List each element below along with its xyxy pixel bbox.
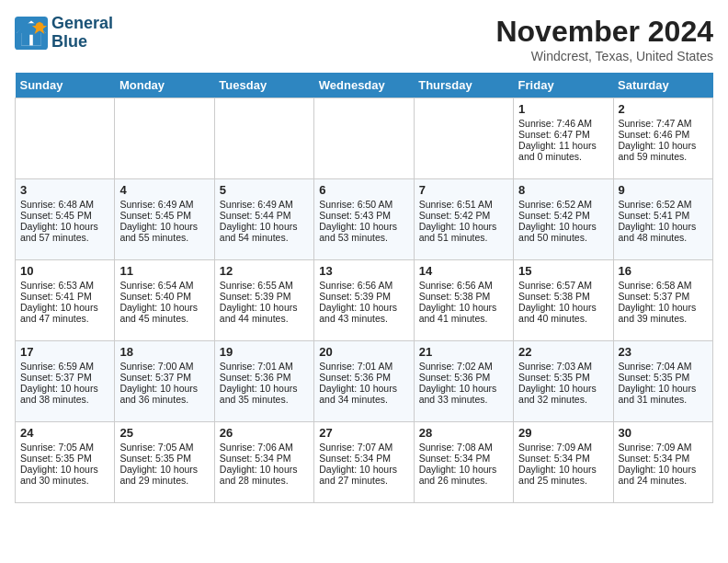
calendar-table: SundayMondayTuesdayWednesdayThursdayFrid… <box>15 73 713 503</box>
calendar-cell: 27Sunrise: 7:07 AMSunset: 5:34 PMDayligh… <box>314 422 414 503</box>
cell-info: Sunrise: 6:58 AM <box>619 280 708 291</box>
calendar-cell: 5Sunrise: 6:49 AMSunset: 5:44 PMDaylight… <box>214 179 313 260</box>
calendar-cell: 26Sunrise: 7:06 AMSunset: 5:34 PMDayligh… <box>214 422 313 503</box>
day-number: 20 <box>319 345 408 359</box>
cell-info: and 53 minutes. <box>319 232 408 243</box>
cell-info: Daylight: 10 hours <box>518 302 608 313</box>
cell-info: Daylight: 10 hours <box>220 383 309 394</box>
calendar-cell: 24Sunrise: 7:05 AMSunset: 5:35 PMDayligh… <box>16 422 115 503</box>
cell-info: Daylight: 10 hours <box>518 221 608 232</box>
day-number: 4 <box>119 183 209 197</box>
week-row-1: 1Sunrise: 7:46 AMSunset: 6:47 PMDaylight… <box>16 98 713 179</box>
cell-info: and 31 minutes. <box>619 394 708 405</box>
location: Windcrest, Texas, United States <box>495 49 713 63</box>
title-block: November 2024 Windcrest, Texas, United S… <box>495 15 713 63</box>
cell-info: and 34 minutes. <box>319 394 408 405</box>
cell-info: Daylight: 10 hours <box>119 221 209 232</box>
cell-info: and 55 minutes. <box>119 232 209 243</box>
cell-info: Sunrise: 6:49 AM <box>119 199 209 210</box>
cell-info: and 38 minutes. <box>20 394 109 405</box>
logo-icon <box>15 17 48 50</box>
calendar-cell: 23Sunrise: 7:04 AMSunset: 5:35 PMDayligh… <box>613 341 712 422</box>
cell-info: and 35 minutes. <box>220 394 309 405</box>
day-number: 17 <box>20 345 109 359</box>
cell-info: Daylight: 10 hours <box>220 302 309 313</box>
cell-info: Sunrise: 6:59 AM <box>20 361 109 372</box>
cell-info: Daylight: 10 hours <box>619 221 708 232</box>
weekday-header-wednesday: Wednesday <box>314 73 414 98</box>
day-number: 18 <box>119 345 209 359</box>
cell-info: Daylight: 10 hours <box>319 383 408 394</box>
cell-info: Sunrise: 7:01 AM <box>220 361 309 372</box>
cell-info: Sunset: 5:34 PM <box>319 453 408 464</box>
cell-info: Sunset: 5:38 PM <box>419 291 508 302</box>
calendar-cell: 30Sunrise: 7:09 AMSunset: 5:34 PMDayligh… <box>613 422 712 503</box>
cell-info: and 26 minutes. <box>419 475 508 486</box>
cell-info: Daylight: 10 hours <box>20 221 109 232</box>
cell-info: Sunrise: 7:00 AM <box>119 361 209 372</box>
cell-info: Daylight: 10 hours <box>220 221 309 232</box>
calendar-cell <box>414 98 513 179</box>
cell-info: and 41 minutes. <box>419 313 508 324</box>
month-title: November 2024 <box>495 15 713 49</box>
cell-info: Sunset: 5:43 PM <box>319 210 408 221</box>
cell-info: and 27 minutes. <box>319 475 408 486</box>
day-number: 11 <box>119 264 209 278</box>
day-number: 10 <box>20 264 109 278</box>
cell-info: and 33 minutes. <box>419 394 508 405</box>
cell-info: Sunset: 5:37 PM <box>20 372 109 383</box>
cell-info: and 0 minutes. <box>518 151 608 162</box>
day-number: 5 <box>220 183 309 197</box>
logo-line2: Blue <box>51 33 113 52</box>
day-number: 15 <box>518 264 608 278</box>
cell-info: Sunset: 5:44 PM <box>220 210 309 221</box>
calendar-cell: 18Sunrise: 7:00 AMSunset: 5:37 PMDayligh… <box>115 341 214 422</box>
day-number: 30 <box>619 426 708 440</box>
week-row-4: 17Sunrise: 6:59 AMSunset: 5:37 PMDayligh… <box>16 341 713 422</box>
cell-info: Sunset: 5:42 PM <box>518 210 608 221</box>
cell-info: Sunrise: 6:55 AM <box>220 280 309 291</box>
cell-info: and 30 minutes. <box>20 475 109 486</box>
day-number: 22 <box>518 345 608 359</box>
cell-info: Sunrise: 7:47 AM <box>619 118 708 129</box>
cell-info: Sunset: 5:38 PM <box>518 291 608 302</box>
weekday-header-thursday: Thursday <box>414 73 513 98</box>
cell-info: and 24 minutes. <box>619 475 708 486</box>
calendar-cell: 3Sunrise: 6:48 AMSunset: 5:45 PMDaylight… <box>16 179 115 260</box>
day-number: 1 <box>518 102 608 116</box>
cell-info: Daylight: 10 hours <box>20 464 109 475</box>
cell-info: Sunset: 5:37 PM <box>119 372 209 383</box>
calendar-cell: 29Sunrise: 7:09 AMSunset: 5:34 PMDayligh… <box>514 422 613 503</box>
weekday-header-row: SundayMondayTuesdayWednesdayThursdayFrid… <box>16 73 713 98</box>
cell-info: Sunrise: 7:06 AM <box>220 442 309 453</box>
calendar-cell: 1Sunrise: 7:46 AMSunset: 6:47 PMDaylight… <box>514 98 613 179</box>
cell-info: Sunset: 5:36 PM <box>220 372 309 383</box>
cell-info: and 39 minutes. <box>619 313 708 324</box>
cell-info: Daylight: 10 hours <box>619 302 708 313</box>
cell-info: Sunset: 5:45 PM <box>20 210 109 221</box>
calendar-cell: 16Sunrise: 6:58 AMSunset: 5:37 PMDayligh… <box>613 260 712 341</box>
cell-info: and 29 minutes. <box>119 475 209 486</box>
cell-info: Daylight: 10 hours <box>119 383 209 394</box>
day-number: 25 <box>119 426 209 440</box>
cell-info: Sunrise: 7:09 AM <box>518 442 608 453</box>
cell-info: Sunrise: 6:48 AM <box>20 199 109 210</box>
cell-info: Daylight: 10 hours <box>619 464 708 475</box>
cell-info: Sunset: 5:39 PM <box>319 291 408 302</box>
cell-info: Sunset: 5:35 PM <box>20 453 109 464</box>
cell-info: and 48 minutes. <box>619 232 708 243</box>
cell-info: Sunrise: 6:52 AM <box>619 199 708 210</box>
cell-info: and 44 minutes. <box>220 313 309 324</box>
calendar-cell: 12Sunrise: 6:55 AMSunset: 5:39 PMDayligh… <box>214 260 313 341</box>
week-row-2: 3Sunrise: 6:48 AMSunset: 5:45 PMDaylight… <box>16 179 713 260</box>
calendar-cell: 10Sunrise: 6:53 AMSunset: 5:41 PMDayligh… <box>16 260 115 341</box>
cell-info: Daylight: 10 hours <box>518 464 608 475</box>
cell-info: Sunset: 5:37 PM <box>619 291 708 302</box>
page-header: General Blue November 2024 Windcrest, Te… <box>15 15 713 63</box>
calendar-cell: 19Sunrise: 7:01 AMSunset: 5:36 PMDayligh… <box>214 341 313 422</box>
cell-info: and 28 minutes. <box>220 475 309 486</box>
week-row-5: 24Sunrise: 7:05 AMSunset: 5:35 PMDayligh… <box>16 422 713 503</box>
calendar-cell: 28Sunrise: 7:08 AMSunset: 5:34 PMDayligh… <box>414 422 513 503</box>
cell-info: Daylight: 10 hours <box>619 140 708 151</box>
cell-info: Sunset: 5:34 PM <box>419 453 508 464</box>
